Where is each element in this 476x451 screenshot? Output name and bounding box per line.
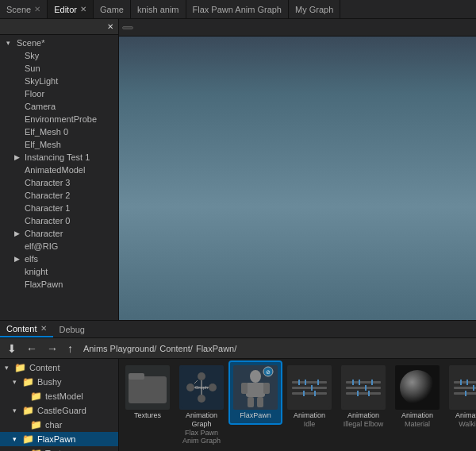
tree-item-label: Character 0 [25, 216, 70, 226]
close-icon[interactable]: ✕ [80, 5, 86, 13]
top-tab-game[interactable]: Game [94, 0, 131, 18]
folder-arrow-icon: ▾ [13, 378, 21, 386]
file-sublabel: Walking [447, 420, 476, 428]
file-item[interactable]: AnimationMaterial [392, 362, 443, 431]
file-item[interactable]: ⊘ FlaxPawn [230, 362, 281, 423]
folder-icon: 📁 [22, 405, 34, 416]
scene-panel: ✕ ▾Scene*SkySunSkyLightFloorCameraEnviro… [0, 19, 119, 320]
file-label: Animation Graph [178, 411, 225, 429]
bottom-tab-debug[interactable]: Debug [53, 321, 91, 337]
svg-rect-47 [466, 380, 468, 385]
tree-item[interactable]: Character 1 [0, 202, 118, 214]
file-label: FlaxPawn [232, 411, 279, 420]
svg-rect-15 [263, 383, 270, 394]
folder-tree-item[interactable]: ▾📁FlaxPawn [0, 432, 118, 446]
tree-item-label: Scene* [17, 38, 44, 48]
tree-item-label: Instancing Test 1 [25, 152, 90, 162]
tree-item[interactable]: Elf_Mesh [0, 138, 118, 151]
svg-rect-48 [473, 385, 474, 391]
top-tab-label: Game [100, 5, 124, 14]
folder-arrow-icon: ▾ [5, 364, 13, 372]
top-tab-scene[interactable]: Scene ✕ [0, 0, 48, 18]
folder-tree-item[interactable]: 📁char [0, 418, 118, 432]
bottom-tab-bar: Content ✕Debug [0, 321, 476, 338]
download-button[interactable]: ⬇ [5, 341, 19, 356]
svg-rect-37 [371, 380, 373, 385]
file-thumbnail [449, 365, 476, 410]
tree-arrow-icon: ▶ [14, 229, 22, 237]
tree-item-label: FlaxPawn [25, 279, 63, 289]
viewport-toolbar [119, 19, 476, 37]
svg-rect-27 [317, 380, 319, 385]
view-button[interactable] [122, 26, 133, 29]
file-thumbnail: Graph [179, 365, 224, 410]
file-item[interactable]: AnimationIllegal Elbow [338, 362, 389, 431]
folder-icon: 📁 [30, 419, 42, 430]
tree-item[interactable]: ▾Scene* [0, 37, 118, 49]
tree-item[interactable]: Character 2 [0, 189, 118, 202]
close-icon[interactable]: ✕ [40, 324, 47, 333]
tree-item-label: Sun [25, 64, 40, 73]
tree-item[interactable]: EnvironmentProbe [0, 113, 118, 125]
file-item[interactable]: Graph Animation GraphFlax Pawn Anim Grap… [176, 362, 227, 448]
tree-item[interactable]: ▶Character [0, 227, 118, 240]
file-label: Animation [393, 411, 441, 420]
tree-item[interactable]: Character 3 [0, 176, 118, 189]
file-thumbnail: ⊘ [233, 365, 278, 410]
folder-icon: 📁 [14, 362, 26, 373]
folder-tree-item[interactable]: ▾📁Content [0, 360, 118, 375]
viewport [119, 19, 476, 320]
svg-rect-21 [292, 381, 327, 384]
breadcrumb-part[interactable]: Anims Playground/ [83, 344, 156, 353]
tree-item[interactable]: Character 0 [0, 214, 118, 227]
file-label: Animation [286, 411, 333, 420]
breadcrumb-part[interactable]: FlaxPawn/ [196, 344, 236, 353]
tree-item[interactable]: Sun [0, 62, 118, 75]
svg-rect-29 [314, 391, 316, 396]
tree-item[interactable]: Sky [0, 49, 118, 62]
top-tab-label: knish anim [137, 5, 179, 14]
forward-button[interactable]: → [44, 341, 60, 356]
tree-item[interactable]: Floor [0, 87, 118, 100]
tree-item[interactable]: AnimatedModel [0, 164, 118, 176]
tree-item[interactable]: Camera [0, 100, 118, 113]
tree-item-label: Character 2 [25, 191, 70, 200]
bottom-tab-label: Content [6, 324, 37, 333]
tree-item[interactable]: knight [0, 265, 118, 278]
top-tab-editor[interactable]: Editor ✕ [48, 0, 94, 18]
bottom-tab-content[interactable]: Content ✕ [0, 321, 53, 337]
tree-item[interactable]: ▶elfs [0, 252, 118, 265]
folder-tree-item[interactable]: 📁Textures [0, 446, 118, 451]
up-button[interactable]: ↑ [65, 341, 75, 356]
file-item[interactable]: AnimationWalking [446, 362, 476, 431]
top-tab-knish-anim[interactable]: knish anim [131, 0, 186, 18]
svg-point-4 [209, 384, 217, 391]
top-tab-my-graph[interactable]: My Graph [289, 0, 340, 18]
file-sublabel: Flax Pawn Anim Graph [178, 429, 225, 445]
svg-rect-16 [248, 397, 254, 407]
folder-tree-item[interactable]: ▾📁Bushy [0, 375, 118, 389]
scene-panel-close[interactable]: ✕ [107, 22, 113, 31]
svg-rect-39 [368, 391, 370, 396]
file-item[interactable]: AnimationIdle [284, 362, 335, 431]
bottom-section: Content ✕Debug ⬇ ← → ↑ Anims Playground/… [0, 320, 476, 451]
back-button[interactable]: ← [24, 341, 40, 356]
close-icon[interactable]: ✕ [34, 5, 40, 13]
folder-tree: ▾📁Content▾📁Bushy 📁testModel▾📁CastleGuard… [0, 359, 119, 451]
tree-item[interactable]: elf@RIG [0, 240, 118, 252]
breadcrumb-part[interactable]: Content/ [159, 344, 193, 353]
folder-tree-item[interactable]: 📁testModel [0, 389, 118, 403]
file-item[interactable]: Textures [122, 362, 173, 423]
file-sublabel: Material [393, 420, 441, 428]
tree-item-label: knight [25, 267, 48, 276]
top-tab-flax-pawn-anim-graph[interactable]: Flax Pawn Anim Graph [186, 0, 290, 18]
tree-item[interactable]: FlaxPawn [0, 278, 118, 291]
tree-item[interactable]: SkyLight [0, 75, 118, 87]
folder-tree-item[interactable]: ▾📁CastleGuard [0, 403, 118, 418]
tree-item-label: Character [25, 229, 63, 238]
tree-item[interactable]: Elf_Mesh 0 [0, 125, 118, 138]
file-label: Animation [447, 411, 476, 420]
tree-item[interactable]: ▶Instancing Test 1 [0, 151, 118, 164]
file-thumbnail [395, 365, 440, 410]
svg-rect-24 [298, 380, 300, 385]
